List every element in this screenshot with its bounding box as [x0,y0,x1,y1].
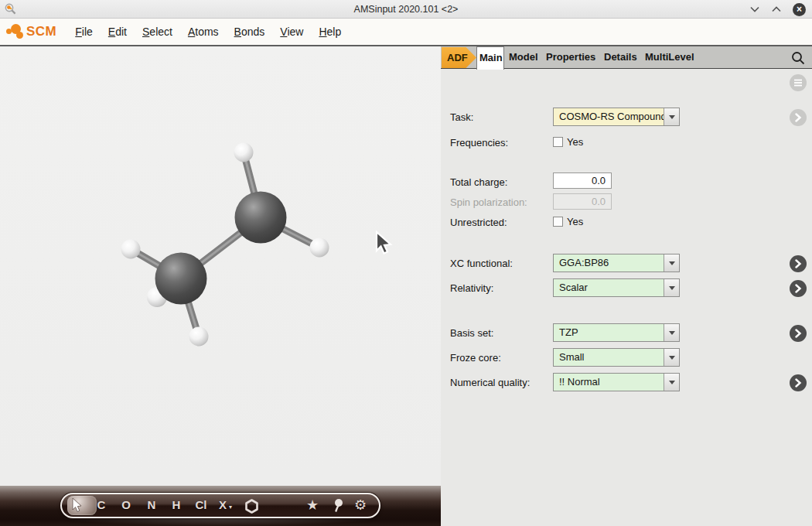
tab-properties[interactable]: Properties [546,46,595,69]
task-value: COSMO-RS Compound [554,108,664,125]
balloon-pin-icon [333,498,344,514]
spin-polarization-input [553,193,612,210]
atom-tool-n[interactable]: N [144,498,159,511]
numerical-quality-value: !! Normal [554,374,664,391]
relativity-value: Scalar [554,279,664,296]
tab-details[interactable]: Details [604,46,637,69]
basis-set-value: TZP [554,324,664,341]
numerical-quality-label: Numerical quality: [450,377,530,388]
numerical-quality-combo[interactable]: !! Normal [553,373,680,391]
frequencies-label: Frequencies: [450,137,508,149]
scm-logo-icon [6,22,26,41]
unrestricted-checkbox-row: Yes [553,216,583,227]
unrestricted-checkbox[interactable] [553,217,563,227]
froze-core-combo[interactable]: Small [553,348,680,367]
molecule-canvas[interactable] [0,46,441,526]
xc-functional-detail-button[interactable] [790,255,807,272]
ring-tool-button[interactable] [244,499,259,516]
froze-core-value: Small [554,349,664,366]
menu-bar: SCM File Edit Select Atoms Bonds View He… [0,19,812,46]
star-tool-button[interactable]: ★ [306,497,319,514]
hamburger-icon [793,79,803,87]
toolbar-reflection [60,518,380,526]
xc-functional-dropdown-icon[interactable] [664,254,679,272]
mouse-cursor [377,232,391,254]
window-title: AMSinput 2020.101 <2> [0,4,812,15]
numerical-quality-dropdown-icon[interactable] [664,374,679,391]
task-dropdown-icon[interactable] [664,108,679,125]
menu-help[interactable]: Help [311,22,349,41]
title-bar: AMSinput 2020.101 <2> × [0,0,812,19]
hexagon-icon [244,499,259,514]
basis-set-label: Basis set: [450,327,493,339]
close-icon[interactable]: × [793,3,806,16]
molecule-viewer[interactable]: C O N H Cl X ▾ ★ ⚙ [0,46,441,526]
pin-tool-button[interactable] [333,498,344,516]
atom-tool-x[interactable]: X [215,498,230,511]
chevron-right-icon [794,113,802,122]
numerical-quality-detail-button[interactable] [790,374,807,391]
scm-logo-text: SCM [26,24,56,39]
chevron-right-icon [794,378,802,388]
menu-select[interactable]: Select [135,22,180,41]
tab-multilevel[interactable]: MultiLevel [645,46,694,69]
unrestricted-label: Unrestricted: [450,217,507,228]
menu-edit[interactable]: Edit [101,22,135,41]
menu-bonds[interactable]: Bonds [227,22,273,41]
bonds [131,152,319,336]
frequencies-checkbox-row: Yes [553,136,583,148]
tab-bar: ADF Main Model Properties Details MultiL… [441,46,812,69]
maximize-icon[interactable] [771,4,782,15]
basis-set-combo[interactable]: TZP [553,323,680,342]
xc-functional-value: GGA:BP86 [554,254,664,272]
atom-tool-o[interactable]: O [118,498,134,511]
basis-set-detail-button[interactable] [790,325,807,342]
atom-tool-x-dropdown-icon[interactable]: ▾ [229,504,232,511]
task-label: Task: [450,111,473,123]
chevron-right-icon [794,259,802,268]
relativity-label: Relativity: [450,282,493,294]
atom-tool-c[interactable]: C [94,498,109,511]
select-tool-button[interactable] [72,498,84,515]
total-charge-input[interactable] [553,172,612,189]
frequencies-checkbox[interactable] [553,137,563,147]
star-icon: ★ [306,497,319,513]
relativity-dropdown-icon[interactable] [664,279,679,296]
relativity-combo[interactable]: Scalar [553,278,680,297]
spin-polarization-label: Spin polarization: [450,196,527,208]
task-detail-button [790,109,807,126]
froze-core-dropdown-icon[interactable] [664,349,679,366]
app-window: AMSinput 2020.101 <2> × SCM File Edit Se… [0,0,812,526]
menu-file[interactable]: File [67,22,101,41]
menu-view[interactable]: View [272,22,311,41]
minimize-icon[interactable] [749,4,760,15]
panel-menu-button [790,74,807,91]
frequencies-option-label: Yes [567,136,583,148]
basis-set-dropdown-icon[interactable] [664,324,679,341]
settings-tool-button[interactable]: ⚙ [354,497,367,514]
chevron-right-icon [794,329,802,338]
search-icon [790,50,806,66]
search-button[interactable] [790,50,806,66]
total-charge-label: Total charge: [450,176,507,188]
froze-core-label: Froze core: [450,352,501,364]
tab-main[interactable]: Main [476,46,504,70]
cursor-arrow-icon [72,498,84,513]
xc-functional-label: XC functional: [450,258,513,269]
unrestricted-option-label: Yes [567,216,583,227]
gear-icon: ⚙ [354,497,367,513]
menu-atoms[interactable]: Atoms [180,22,227,41]
atom-tool-h[interactable]: H [169,498,184,511]
xc-functional-combo[interactable]: GGA:BP86 [553,254,680,272]
scm-logo: SCM [6,22,56,41]
task-combo[interactable]: COSMO-RS Compound [553,108,680,126]
input-panel: ADF Main Model Properties Details MultiL… [441,46,812,526]
viewer-toolbar: C O N H Cl X ▾ ★ ⚙ [60,493,380,518]
chevron-right-icon [794,284,802,293]
atom-tool-cl[interactable]: Cl [192,498,210,511]
relativity-detail-button[interactable] [790,280,807,297]
tab-model[interactable]: Model [509,46,538,69]
adf-badge[interactable]: ADF [442,47,476,68]
